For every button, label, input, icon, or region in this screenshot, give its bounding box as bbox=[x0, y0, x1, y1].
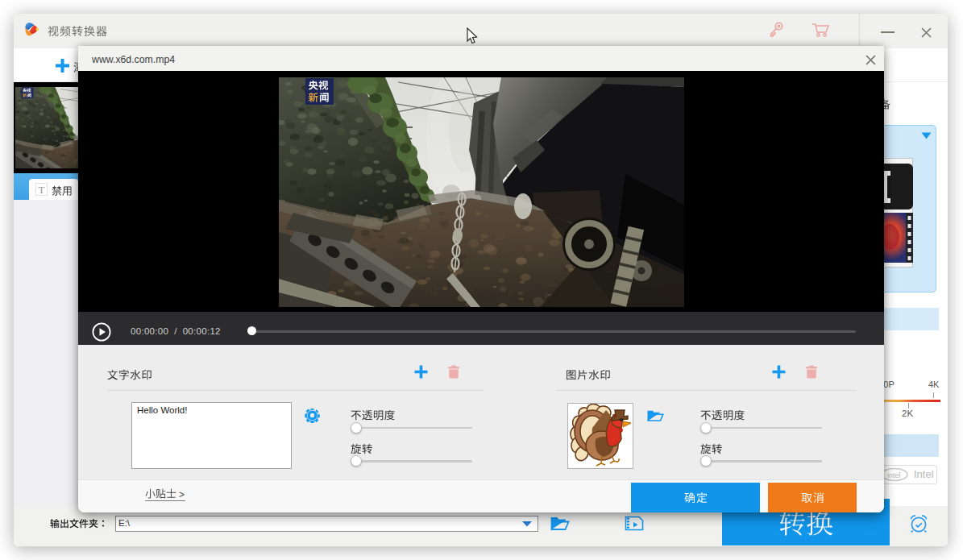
svg-text:intel: intel bbox=[887, 471, 901, 479]
svg-text:>: > bbox=[179, 489, 185, 500]
